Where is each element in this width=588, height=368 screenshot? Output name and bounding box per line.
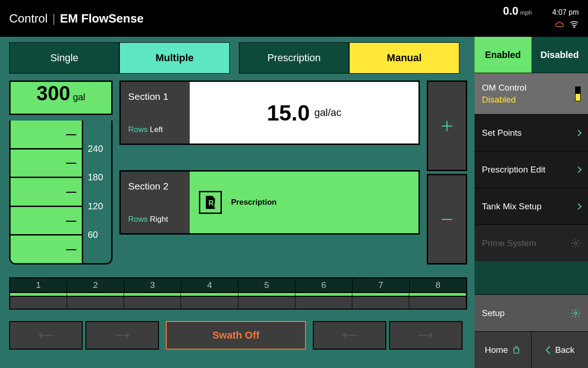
- tab-multiple[interactable]: Multiple: [119, 42, 230, 74]
- tab-prescription[interactable]: Prescription: [239, 42, 349, 74]
- row-status-bar: [10, 292, 466, 297]
- om-control-label: OM Control: [482, 83, 526, 93]
- rows-indicator[interactable]: 1 2 3 4 5 6 7 8: [9, 277, 467, 310]
- home-button[interactable]: Home: [475, 332, 531, 368]
- row-bottom-bar: [10, 297, 466, 309]
- tank-gauge: — — — — — 240 180 120 60: [9, 121, 113, 264]
- back-button[interactable]: Back: [531, 332, 588, 368]
- title-main: Control: [9, 12, 48, 26]
- speed-value: 0.0: [503, 5, 518, 18]
- title-sub: EM FlowSense: [60, 12, 144, 26]
- rate-unit: gal/ac: [314, 107, 341, 119]
- section-2-header: Section 2 Rows Right: [121, 172, 190, 233]
- row-num: 7: [353, 278, 410, 292]
- tank-seg: —: [11, 148, 82, 177]
- tank-seg: —: [11, 206, 82, 235]
- tank-volume-unit: gal: [73, 92, 85, 103]
- row-num: 6: [295, 278, 352, 292]
- sidebar-item-label: Setup: [482, 308, 505, 318]
- sidebar-item-label: Prime System: [482, 238, 536, 248]
- tank-tick: 120: [88, 195, 111, 218]
- tank-seg: —: [11, 177, 82, 206]
- section-1-rate: 15.0 gal/ac: [190, 82, 418, 144]
- sidebar-item-label: Prescription Edit: [482, 165, 545, 175]
- sidebar-item-tank-mix[interactable]: Tank Mix Setup: [475, 188, 588, 224]
- swath-controls: Swath Off: [9, 321, 467, 350]
- clock: 4:07 pm: [552, 8, 579, 17]
- speed-unit: mph: [520, 9, 531, 16]
- wifi-icon: [570, 21, 579, 28]
- row-num: 4: [181, 278, 238, 292]
- svg-point-0: [574, 27, 575, 28]
- chevron-right-icon: [575, 203, 582, 209]
- section-1-name: Section 1: [128, 91, 182, 102]
- tank-seg: —: [11, 121, 82, 148]
- home-icon: [512, 345, 521, 355]
- sidebar-item-prime-system: Prime System: [475, 224, 588, 261]
- row-num: 3: [124, 278, 181, 292]
- sidebar-item-label: Tank Mix Setup: [482, 201, 542, 212]
- rate-adjust: [427, 80, 467, 264]
- swath-left-button[interactable]: [85, 321, 159, 350]
- cloud-icon: [555, 21, 564, 28]
- sidebar-item-prescription-edit[interactable]: Prescription Edit: [475, 151, 588, 188]
- tank-fill-bars: — — — — —: [11, 121, 83, 263]
- enabled-button[interactable]: Enabled: [475, 37, 531, 73]
- row-num: 5: [238, 278, 295, 292]
- om-indicator-icon: [575, 86, 581, 101]
- section-1[interactable]: Section 1 Rows Left 15.0 gal/ac: [119, 80, 420, 145]
- tab-manual[interactable]: Manual: [349, 42, 459, 74]
- section-2-name: Section 2: [128, 181, 182, 192]
- tank-volume-display[interactable]: 300 gal: [9, 80, 113, 115]
- sidebar-item-om-control[interactable]: OM Control Disabled: [475, 73, 588, 114]
- swath-right-fast-button[interactable]: [389, 321, 463, 350]
- tank-scale: 240 180 120 60: [83, 121, 111, 263]
- sidebar: Enabled Disabled OM Control Disabled Set…: [475, 37, 588, 368]
- rate-value: 15.0: [267, 100, 310, 126]
- gear-icon: [571, 308, 581, 318]
- disabled-button[interactable]: Disabled: [531, 37, 588, 73]
- page-title: Control | EM FlowSense: [9, 12, 144, 26]
- row-numbers: 1 2 3 4 5 6 7 8: [10, 278, 466, 292]
- row-num: 2: [67, 278, 124, 292]
- chevron-left-icon: [545, 345, 551, 355]
- home-label: Home: [485, 345, 508, 355]
- enable-toggle: Enabled Disabled: [475, 37, 588, 73]
- swath-left-fast-button[interactable]: [9, 321, 83, 350]
- sidebar-item-set-points[interactable]: Set Points: [475, 114, 588, 151]
- back-label: Back: [555, 345, 574, 355]
- section-2[interactable]: Section 2 Rows Right RX Prescription: [119, 170, 420, 235]
- tank-volume-value: 300: [36, 82, 70, 105]
- svg-point-10: [574, 312, 577, 315]
- rate-decrease-button[interactable]: [427, 174, 467, 264]
- header-bar: Control | EM FlowSense 0.0mph 4:07 pm: [0, 0, 588, 37]
- section-1-header: Section 1 Rows Left: [121, 82, 190, 144]
- section-2-label: Prescription: [231, 198, 277, 207]
- rate-increase-button[interactable]: [427, 80, 467, 171]
- chevron-right-icon: [575, 129, 582, 136]
- sidebar-item-label: Set Points: [482, 128, 522, 138]
- rx-icon: RX: [199, 191, 222, 214]
- swath-off-button[interactable]: Swath Off: [166, 321, 306, 350]
- chevron-right-icon: [575, 166, 582, 172]
- row-num: 8: [410, 278, 466, 292]
- section-1-rows: Rows Left: [128, 125, 182, 134]
- swath-right-button[interactable]: [313, 321, 386, 350]
- mode-tabs: Single Multiple Prescription Manual: [9, 42, 467, 74]
- sidebar-item-setup[interactable]: Setup: [475, 294, 588, 331]
- svg-point-9: [574, 242, 577, 245]
- header-status: 0.0mph 4:07 pm: [503, 5, 579, 28]
- section-2-rows: Rows Right: [128, 215, 182, 224]
- tab-single[interactable]: Single: [9, 42, 119, 74]
- section-2-body: RX Prescription: [190, 172, 418, 233]
- tank-tick: 240: [88, 137, 111, 160]
- gear-icon: [571, 238, 581, 248]
- tank-tick: 60: [88, 224, 111, 247]
- row-num: 1: [10, 278, 67, 292]
- tank-seg: —: [11, 234, 82, 263]
- om-control-status: Disabled: [482, 95, 526, 105]
- tank-tick: 180: [88, 166, 111, 189]
- title-separator: |: [52, 12, 56, 26]
